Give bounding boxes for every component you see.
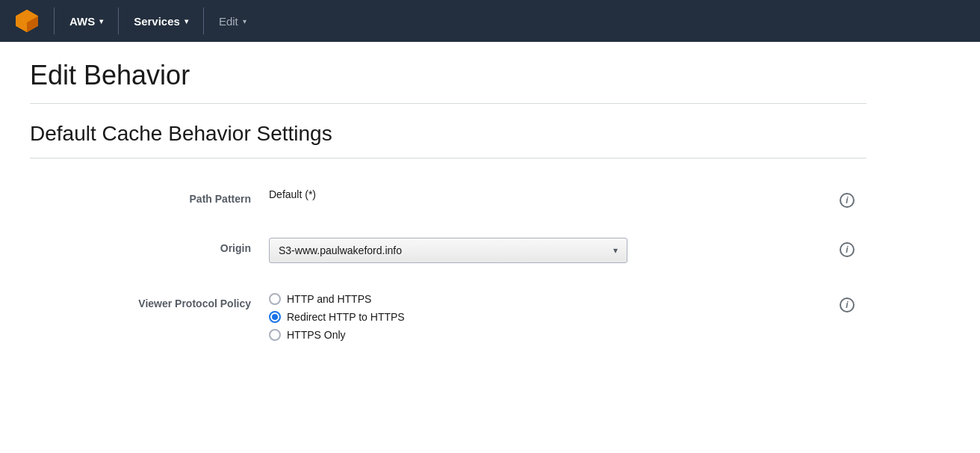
path-pattern-info-col: i (831, 188, 866, 208)
origin-select-value: S3-www.paulwakeford.info (279, 244, 402, 256)
nav-item-aws[interactable]: AWS ▾ (61, 9, 112, 34)
nav-divider-2 (118, 7, 119, 34)
nav-services-label: Services (134, 15, 180, 28)
nav-item-services[interactable]: Services ▾ (125, 9, 197, 34)
main-content: Edit Behavior Default Cache Behavior Set… (0, 42, 896, 383)
nav-divider-3 (203, 7, 204, 34)
radio-label-redirect: Redirect HTTP to HTTPS (287, 311, 405, 323)
nav-edit-label: Edit (219, 15, 238, 28)
nav-aws-label: AWS (69, 15, 95, 28)
section-divider (30, 158, 866, 158)
path-pattern-value: Default (*) (269, 188, 831, 200)
radio-item-redirect[interactable]: Redirect HTTP to HTTPS (269, 311, 405, 323)
viewer-protocol-radio-group: HTTP and HTTPS Redirect HTTP to HTTPS HT… (269, 293, 405, 341)
aws-logo[interactable] (12, 6, 42, 36)
viewer-protocol-info-icon[interactable]: i (840, 298, 855, 312)
page-title-divider (30, 103, 866, 104)
form-row-viewer-protocol: Viewer Protocol Policy HTTP and HTTPS Re… (30, 287, 866, 347)
section-title: Default Cache Behavior Settings (30, 122, 866, 146)
nav-divider-1 (54, 7, 55, 34)
radio-item-http-https[interactable]: HTTP and HTTPS (269, 293, 405, 305)
path-pattern-info-icon[interactable]: i (840, 193, 855, 208)
radio-circle-https-only[interactable] (269, 329, 281, 341)
path-pattern-text: Default (*) (269, 188, 316, 200)
form-row-path-pattern: Path Pattern Default (*) i (30, 182, 866, 214)
nav-bar: AWS ▾ Services ▾ Edit ▾ (0, 0, 980, 42)
origin-value: S3-www.paulwakeford.info ▾ (269, 238, 831, 263)
form-row-origin: Origin S3-www.paulwakeford.info ▾ i (30, 232, 866, 269)
viewer-protocol-value: HTTP and HTTPS Redirect HTTP to HTTPS HT… (269, 293, 831, 341)
origin-select-chevron: ▾ (613, 245, 618, 256)
path-pattern-label: Path Pattern (30, 188, 269, 205)
form-row-path-pattern-content: Path Pattern Default (*) (30, 188, 831, 205)
viewer-protocol-info-col: i (831, 293, 866, 312)
radio-label-https-only: HTTPS Only (287, 329, 346, 341)
form-row-origin-content: Origin S3-www.paulwakeford.info ▾ (30, 238, 831, 263)
form-row-viewer-protocol-content: Viewer Protocol Policy HTTP and HTTPS Re… (30, 293, 831, 341)
nav-edit-chevron: ▾ (243, 17, 246, 25)
viewer-protocol-label: Viewer Protocol Policy (30, 293, 269, 309)
origin-label: Origin (30, 238, 269, 254)
nav-item-edit[interactable]: Edit ▾ (210, 9, 255, 34)
origin-info-icon[interactable]: i (840, 242, 855, 257)
origin-select[interactable]: S3-www.paulwakeford.info ▾ (269, 238, 627, 263)
nav-services-chevron: ▾ (184, 17, 188, 25)
radio-circle-redirect[interactable] (269, 311, 281, 323)
nav-aws-chevron: ▾ (99, 17, 103, 25)
radio-item-https-only[interactable]: HTTPS Only (269, 329, 405, 341)
page-title: Edit Behavior (30, 60, 866, 91)
radio-circle-http-https[interactable] (269, 293, 281, 305)
origin-info-col: i (831, 238, 866, 257)
radio-label-http-https: HTTP and HTTPS (287, 293, 371, 305)
